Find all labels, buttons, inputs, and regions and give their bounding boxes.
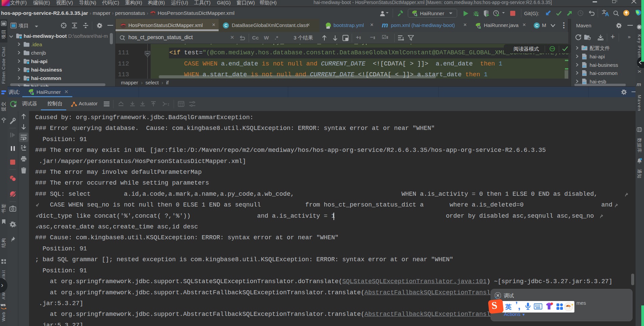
svg-text:m: m bbox=[583, 64, 586, 68]
svg-text:m: m bbox=[583, 72, 586, 76]
svg-text:C: C bbox=[535, 23, 538, 28]
svg-text:C: C bbox=[224, 23, 227, 28]
svg-text:m: m bbox=[583, 56, 586, 60]
svg-text:I: I bbox=[167, 103, 170, 107]
